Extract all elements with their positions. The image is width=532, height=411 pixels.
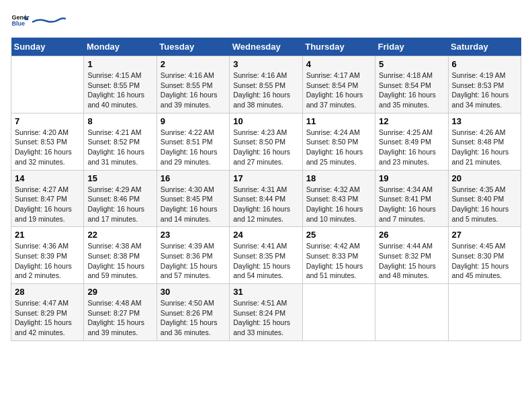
calendar-cell: 7Sunrise: 4:20 AM Sunset: 8:53 PM Daylig… (11, 113, 84, 170)
calendar-cell: 23Sunrise: 4:39 AM Sunset: 8:36 PM Dayli… (157, 227, 229, 284)
day-number: 29 (87, 287, 152, 297)
header-day-tuesday: Tuesday (157, 38, 229, 56)
calendar-cell (302, 284, 375, 341)
calendar-cell: 8Sunrise: 4:21 AM Sunset: 8:52 PM Daylig… (84, 113, 157, 170)
day-info: Sunrise: 4:23 AM Sunset: 8:50 PM Dayligh… (233, 128, 298, 167)
day-info: Sunrise: 4:42 AM Sunset: 8:33 PM Dayligh… (306, 241, 371, 281)
calendar-cell: 21Sunrise: 4:36 AM Sunset: 8:39 PM Dayli… (11, 227, 84, 284)
day-number: 5 (379, 59, 444, 69)
day-number: 11 (306, 116, 371, 126)
day-info: Sunrise: 4:47 AM Sunset: 8:29 PM Dayligh… (15, 298, 80, 338)
calendar-body: 1Sunrise: 4:15 AM Sunset: 8:55 PM Daylig… (11, 56, 521, 341)
logo-icon: General Blue (11, 11, 30, 30)
day-info: Sunrise: 4:27 AM Sunset: 8:47 PM Dayligh… (15, 185, 80, 224)
calendar-cell: 29Sunrise: 4:48 AM Sunset: 8:27 PM Dayli… (84, 284, 157, 341)
day-number: 27 (452, 230, 517, 240)
header-day-friday: Friday (375, 38, 448, 56)
calendar-cell: 30Sunrise: 4:50 AM Sunset: 8:26 PM Dayli… (157, 284, 229, 341)
calendar-cell: 19Sunrise: 4:34 AM Sunset: 8:41 PM Dayli… (375, 170, 448, 227)
header-day-thursday: Thursday (302, 38, 375, 56)
week-row-2: 7Sunrise: 4:20 AM Sunset: 8:53 PM Daylig… (11, 113, 521, 170)
day-info: Sunrise: 4:15 AM Sunset: 8:55 PM Dayligh… (87, 71, 152, 110)
calendar-cell: 22Sunrise: 4:38 AM Sunset: 8:38 PM Dayli… (84, 227, 157, 284)
day-number: 30 (161, 287, 226, 297)
day-info: Sunrise: 4:21 AM Sunset: 8:52 PM Dayligh… (87, 128, 152, 167)
calendar-table: SundayMondayTuesdayWednesdayThursdayFrid… (11, 38, 521, 341)
day-number: 17 (233, 173, 298, 183)
day-info: Sunrise: 4:48 AM Sunset: 8:27 PM Dayligh… (87, 298, 152, 338)
calendar-cell: 27Sunrise: 4:45 AM Sunset: 8:30 PM Dayli… (448, 227, 521, 284)
day-number: 26 (379, 230, 444, 240)
day-info: Sunrise: 4:17 AM Sunset: 8:54 PM Dayligh… (306, 71, 371, 110)
day-info: Sunrise: 4:16 AM Sunset: 8:55 PM Dayligh… (161, 71, 226, 110)
calendar-cell: 13Sunrise: 4:26 AM Sunset: 8:48 PM Dayli… (448, 113, 521, 170)
calendar-cell: 11Sunrise: 4:24 AM Sunset: 8:50 PM Dayli… (302, 113, 375, 170)
calendar-cell: 18Sunrise: 4:32 AM Sunset: 8:43 PM Dayli… (302, 170, 375, 227)
calendar-cell: 1Sunrise: 4:15 AM Sunset: 8:55 PM Daylig… (84, 56, 157, 113)
calendar-cell: 10Sunrise: 4:23 AM Sunset: 8:50 PM Dayli… (230, 113, 302, 170)
day-info: Sunrise: 4:16 AM Sunset: 8:55 PM Dayligh… (233, 71, 298, 110)
day-number: 28 (15, 287, 80, 297)
calendar-cell: 16Sunrise: 4:30 AM Sunset: 8:45 PM Dayli… (157, 170, 229, 227)
day-number: 4 (306, 59, 371, 69)
calendar-cell: 15Sunrise: 4:29 AM Sunset: 8:46 PM Dayli… (84, 170, 157, 227)
day-info: Sunrise: 4:38 AM Sunset: 8:38 PM Dayligh… (87, 241, 152, 281)
header-row: SundayMondayTuesdayWednesdayThursdayFrid… (11, 38, 521, 56)
day-number: 7 (15, 116, 80, 126)
day-number: 20 (452, 173, 517, 183)
calendar-cell: 2Sunrise: 4:16 AM Sunset: 8:55 PM Daylig… (157, 56, 229, 113)
day-number: 9 (161, 116, 226, 126)
day-number: 16 (161, 173, 226, 183)
calendar-cell: 4Sunrise: 4:17 AM Sunset: 8:54 PM Daylig… (302, 56, 375, 113)
day-number: 15 (87, 173, 152, 183)
header-day-monday: Monday (84, 38, 157, 56)
day-info: Sunrise: 4:31 AM Sunset: 8:44 PM Dayligh… (233, 185, 298, 224)
day-info: Sunrise: 4:36 AM Sunset: 8:39 PM Dayligh… (15, 241, 80, 281)
day-info: Sunrise: 4:25 AM Sunset: 8:49 PM Dayligh… (379, 128, 444, 167)
day-info: Sunrise: 4:39 AM Sunset: 8:36 PM Dayligh… (161, 241, 226, 281)
logo-wave-icon (32, 17, 66, 24)
day-info: Sunrise: 4:20 AM Sunset: 8:53 PM Dayligh… (15, 128, 80, 167)
day-info: Sunrise: 4:41 AM Sunset: 8:35 PM Dayligh… (233, 241, 298, 281)
calendar-cell: 20Sunrise: 4:35 AM Sunset: 8:40 PM Dayli… (448, 170, 521, 227)
day-number: 10 (233, 116, 298, 126)
header-day-wednesday: Wednesday (230, 38, 302, 56)
day-number: 3 (233, 59, 298, 69)
day-number: 25 (306, 230, 371, 240)
day-number: 6 (452, 59, 517, 69)
page-header: General Blue (11, 11, 521, 30)
calendar-cell: 24Sunrise: 4:41 AM Sunset: 8:35 PM Dayli… (230, 227, 302, 284)
day-info: Sunrise: 4:29 AM Sunset: 8:46 PM Dayligh… (87, 185, 152, 224)
day-number: 23 (161, 230, 226, 240)
day-number: 2 (161, 59, 226, 69)
calendar-cell: 26Sunrise: 4:44 AM Sunset: 8:32 PM Dayli… (375, 227, 448, 284)
calendar-cell: 31Sunrise: 4:51 AM Sunset: 8:24 PM Dayli… (230, 284, 302, 341)
day-number: 19 (379, 173, 444, 183)
day-info: Sunrise: 4:22 AM Sunset: 8:51 PM Dayligh… (161, 128, 226, 167)
calendar-cell (11, 56, 84, 113)
day-info: Sunrise: 4:35 AM Sunset: 8:40 PM Dayligh… (452, 185, 517, 224)
calendar-cell: 28Sunrise: 4:47 AM Sunset: 8:29 PM Dayli… (11, 284, 84, 341)
day-number: 18 (306, 173, 371, 183)
header-day-saturday: Saturday (448, 38, 521, 56)
week-row-1: 1Sunrise: 4:15 AM Sunset: 8:55 PM Daylig… (11, 56, 521, 113)
calendar-cell: 14Sunrise: 4:27 AM Sunset: 8:47 PM Dayli… (11, 170, 84, 227)
calendar-cell (375, 284, 448, 341)
calendar-header: SundayMondayTuesdayWednesdayThursdayFrid… (11, 38, 521, 56)
calendar-cell: 6Sunrise: 4:19 AM Sunset: 8:53 PM Daylig… (448, 56, 521, 113)
day-number: 1 (87, 59, 152, 69)
svg-text:Blue: Blue (11, 20, 25, 27)
day-number: 22 (87, 230, 152, 240)
day-info: Sunrise: 4:45 AM Sunset: 8:30 PM Dayligh… (452, 241, 517, 281)
calendar-cell: 25Sunrise: 4:42 AM Sunset: 8:33 PM Dayli… (302, 227, 375, 284)
day-number: 13 (452, 116, 517, 126)
day-number: 21 (15, 230, 80, 240)
week-row-5: 28Sunrise: 4:47 AM Sunset: 8:29 PM Dayli… (11, 284, 521, 341)
day-info: Sunrise: 4:30 AM Sunset: 8:45 PM Dayligh… (161, 185, 226, 224)
day-info: Sunrise: 4:44 AM Sunset: 8:32 PM Dayligh… (379, 241, 444, 281)
day-number: 31 (233, 287, 298, 297)
day-info: Sunrise: 4:32 AM Sunset: 8:43 PM Dayligh… (306, 185, 371, 224)
week-row-4: 21Sunrise: 4:36 AM Sunset: 8:39 PM Dayli… (11, 227, 521, 284)
week-row-3: 14Sunrise: 4:27 AM Sunset: 8:47 PM Dayli… (11, 170, 521, 227)
calendar-cell (448, 284, 521, 341)
